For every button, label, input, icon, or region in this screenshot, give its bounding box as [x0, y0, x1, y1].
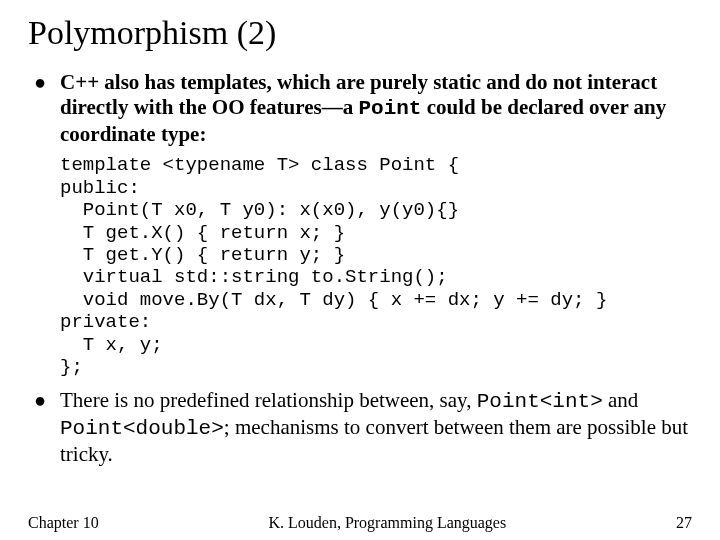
- bullet-text: There is no predefined relationship betw…: [60, 388, 692, 466]
- slide-body: ● C++ also has templates, which are pure…: [28, 70, 692, 467]
- footer-center: K. Louden, Programming Languages: [268, 514, 506, 532]
- footer-left: Chapter 10: [28, 514, 99, 532]
- code-block: template <typename T> class Point { publ…: [60, 154, 692, 378]
- footer: Chapter 10 K. Louden, Programming Langua…: [28, 514, 692, 532]
- slide: Polymorphism (2) ● C++ also has template…: [0, 0, 720, 540]
- footer-right: 27: [676, 514, 692, 532]
- bullet-icon: ●: [34, 70, 60, 94]
- page-title: Polymorphism (2): [28, 14, 692, 52]
- bullet-item: ● There is no predefined relationship be…: [28, 388, 692, 466]
- bullet-text: C++ also has templates, which are purely…: [60, 70, 692, 146]
- bullet-icon: ●: [34, 388, 60, 412]
- bullet-item: ● C++ also has templates, which are pure…: [28, 70, 692, 146]
